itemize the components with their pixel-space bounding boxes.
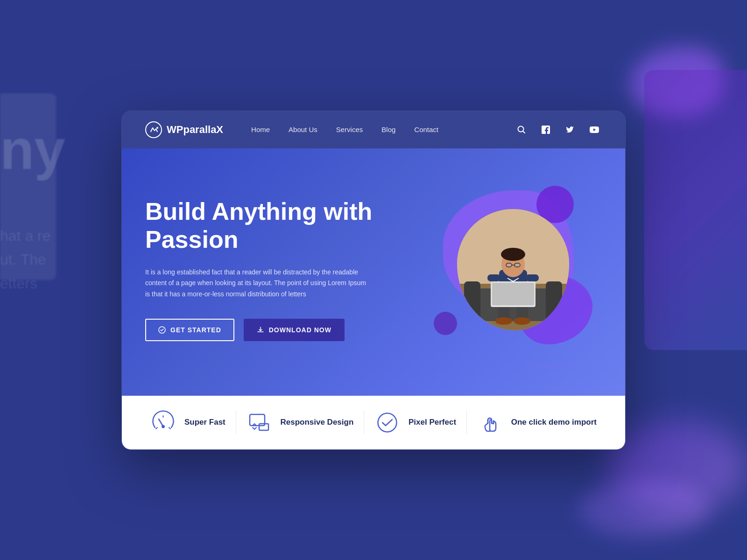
hero-visual bbox=[424, 181, 602, 358]
divider-1 bbox=[236, 411, 236, 434]
cursor-icon bbox=[477, 410, 503, 435]
feature-responsive-label: Responsive Design bbox=[280, 418, 353, 427]
svg-point-24 bbox=[162, 425, 165, 428]
feature-pixel-label: Pixel Perfect bbox=[409, 418, 456, 427]
svg-point-14 bbox=[514, 317, 530, 325]
feature-pixel-perfect: Pixel Perfect bbox=[374, 410, 456, 435]
nav-about[interactable]: About Us bbox=[289, 126, 317, 133]
hero-title: Build Anything with Passion bbox=[145, 198, 388, 254]
feature-super-fast-label: Super Fast bbox=[184, 418, 226, 427]
speedometer-icon bbox=[150, 410, 176, 435]
blob-5 bbox=[434, 312, 457, 335]
download-button[interactable]: DOWNLOAD NOW bbox=[244, 319, 345, 341]
logo-icon bbox=[145, 121, 162, 138]
svg-point-27 bbox=[378, 413, 396, 432]
main-card: WPparallaX Home About Us Services Blog C… bbox=[121, 111, 626, 450]
main-nav: Home About Us Services Blog Contact bbox=[251, 126, 514, 133]
header-icons bbox=[514, 122, 602, 137]
logo[interactable]: WPparallaX bbox=[145, 121, 223, 138]
feature-super-fast: Super Fast bbox=[150, 410, 226, 435]
hero-description: It is a long established fact that a rea… bbox=[145, 267, 369, 300]
bottom-right-accent bbox=[579, 481, 710, 537]
divider-2 bbox=[364, 411, 364, 434]
youtube-icon[interactable] bbox=[587, 122, 602, 137]
feature-responsive: Responsive Design bbox=[246, 410, 353, 435]
header: WPparallaX Home About Us Services Blog C… bbox=[122, 111, 625, 148]
svg-rect-26 bbox=[259, 424, 268, 430]
get-started-button[interactable]: GET STARTED bbox=[145, 319, 234, 341]
svg-rect-22 bbox=[514, 263, 520, 267]
svg-rect-15 bbox=[487, 274, 500, 281]
nav-home[interactable]: Home bbox=[251, 126, 270, 133]
nav-contact[interactable]: Contact bbox=[414, 126, 438, 133]
checkmark-icon bbox=[374, 410, 400, 435]
download-icon bbox=[257, 326, 264, 334]
logo-text: WPparallaX bbox=[167, 124, 223, 136]
hero-section: Build Anything with Passion It is a long… bbox=[122, 148, 625, 396]
svg-point-20 bbox=[501, 248, 525, 261]
bg-text-left: ny bbox=[0, 121, 65, 177]
feature-one-click: One click demo import bbox=[477, 410, 597, 435]
svg-rect-8 bbox=[464, 281, 480, 323]
nav-blog[interactable]: Blog bbox=[381, 126, 395, 133]
twitter-icon[interactable] bbox=[563, 122, 578, 137]
hero-content: Build Anything with Passion It is a long… bbox=[145, 198, 388, 341]
svg-rect-18 bbox=[492, 283, 534, 305]
check-circle-icon bbox=[158, 326, 166, 334]
svg-rect-16 bbox=[526, 274, 539, 281]
features-bar: Super Fast Responsive Design bbox=[122, 396, 625, 449]
search-icon[interactable] bbox=[514, 122, 529, 137]
facebook-icon[interactable] bbox=[538, 122, 553, 137]
hero-buttons: GET STARTED DOWNLOAD NOW bbox=[145, 319, 388, 341]
responsive-icon bbox=[246, 410, 272, 435]
svg-rect-21 bbox=[506, 263, 512, 267]
svg-point-13 bbox=[495, 317, 512, 325]
feature-one-click-label: One click demo import bbox=[511, 418, 597, 427]
bg-right-person bbox=[644, 70, 747, 350]
bg-text-bottom-left: hat a reut. Theetters bbox=[0, 224, 51, 296]
svg-point-1 bbox=[156, 127, 158, 129]
nav-services[interactable]: Services bbox=[336, 126, 363, 133]
divider-3 bbox=[466, 411, 467, 434]
